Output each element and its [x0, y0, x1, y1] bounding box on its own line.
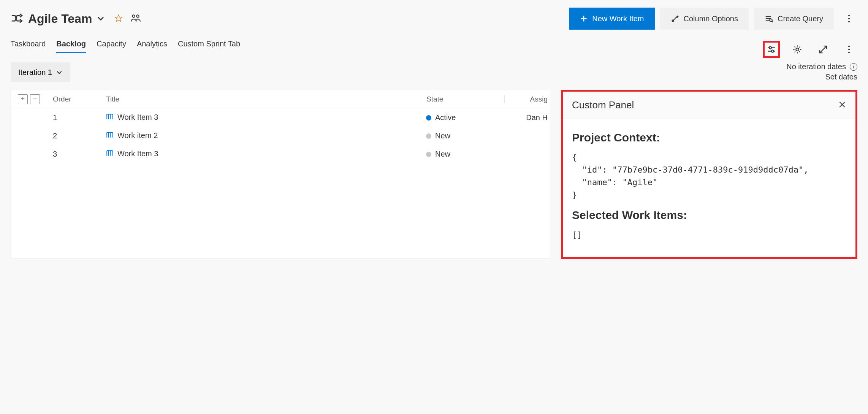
tab-taskboard[interactable]: Taskboard [11, 36, 46, 53]
create-query-label: Create Query [778, 14, 823, 23]
work-item-icon [106, 113, 114, 122]
svg-point-3 [770, 19, 772, 22]
view-more-menu[interactable] [841, 41, 857, 58]
tab-backlog[interactable]: Backlog [56, 36, 86, 53]
panel-project-context-heading: Project Context: [572, 131, 846, 144]
create-query-button[interactable]: Create Query [754, 8, 834, 30]
svg-point-5 [771, 50, 774, 52]
iteration-label: Iteration 1 [18, 68, 52, 77]
cell-assigned: Dan H [504, 113, 550, 122]
panel-selected-items-json: [] [572, 228, 846, 241]
iteration-row: Iteration 1 No iteration dates i Set dat… [0, 53, 868, 82]
cell-state: New [421, 132, 504, 140]
set-dates-link[interactable]: Set dates [825, 73, 857, 81]
settings-gear-icon[interactable] [789, 41, 806, 58]
cell-state: New [421, 150, 504, 159]
tab-custom-sprint[interactable]: Custom Sprint Tab [178, 36, 240, 53]
svg-point-0 [133, 15, 135, 17]
cell-order: 2 [49, 132, 102, 140]
no-dates-label: No iteration dates [786, 62, 846, 71]
view-toolbar [763, 41, 857, 58]
page-header: Agile Team New Work Item Column Options … [0, 0, 868, 33]
svg-point-1 [137, 15, 139, 17]
panel-project-context-json: { "id": "77b7e9bc-37d0-4771-839c-919d9dd… [572, 151, 846, 201]
panel-selected-items-heading: Selected Work Items: [572, 209, 846, 222]
work-item-icon [106, 132, 114, 140]
filter-settings-icon[interactable] [763, 41, 780, 58]
cell-order: 1 [49, 113, 102, 122]
favorite-star-icon[interactable] [114, 14, 123, 24]
col-header-title[interactable]: Title [102, 95, 421, 103]
collapse-all-button[interactable]: − [30, 94, 40, 104]
column-options-label: Column Options [684, 14, 738, 23]
expand-all-button[interactable]: + [18, 94, 28, 104]
view-tabs: Taskboard Backlog Capacity Analytics Cus… [0, 33, 868, 53]
col-header-order[interactable]: Order [49, 95, 102, 103]
info-icon[interactable]: i [850, 63, 857, 71]
cell-order: 3 [49, 150, 102, 159]
col-header-assigned[interactable]: Assig [504, 95, 550, 103]
cell-title[interactable]: Work item 2 [102, 131, 421, 140]
iteration-dates: No iteration dates i Set dates [786, 62, 857, 81]
table-row[interactable]: 1Work Item 3ActiveDan H [11, 108, 550, 127]
fullscreen-icon[interactable] [815, 41, 832, 58]
team-members-icon[interactable] [131, 14, 141, 24]
close-icon[interactable] [838, 100, 846, 110]
col-header-state[interactable]: State [421, 95, 504, 103]
header-more-menu[interactable] [841, 10, 857, 27]
team-title: Agile Team [28, 12, 92, 26]
team-selector-chevron[interactable] [97, 14, 105, 24]
new-work-item-label: New Work Item [592, 14, 644, 23]
cell-title[interactable]: Work Item 3 [102, 113, 421, 122]
cell-state: Active [421, 113, 504, 122]
column-options-button[interactable]: Column Options [660, 8, 749, 30]
iteration-selector[interactable]: Iteration 1 [11, 62, 70, 82]
svg-point-6 [796, 48, 799, 51]
backlog-grid: + − Order Title State Assig 1Work Item 3… [11, 90, 550, 259]
cell-title[interactable]: Work Item 3 [102, 149, 421, 159]
panel-title: Custom Panel [572, 99, 634, 111]
svg-point-4 [769, 47, 771, 49]
tab-capacity[interactable]: Capacity [97, 36, 126, 53]
grid-header: + − Order Title State Assig [11, 90, 550, 108]
table-row[interactable]: 3Work Item 3New [11, 145, 550, 163]
new-work-item-button[interactable]: New Work Item [569, 8, 654, 30]
tab-analytics[interactable]: Analytics [137, 36, 167, 53]
team-icon [11, 13, 24, 24]
custom-panel: Custom Panel Project Context: { "id": "7… [561, 90, 857, 259]
work-item-icon [106, 150, 114, 158]
table-row[interactable]: 2Work item 2New [11, 127, 550, 145]
